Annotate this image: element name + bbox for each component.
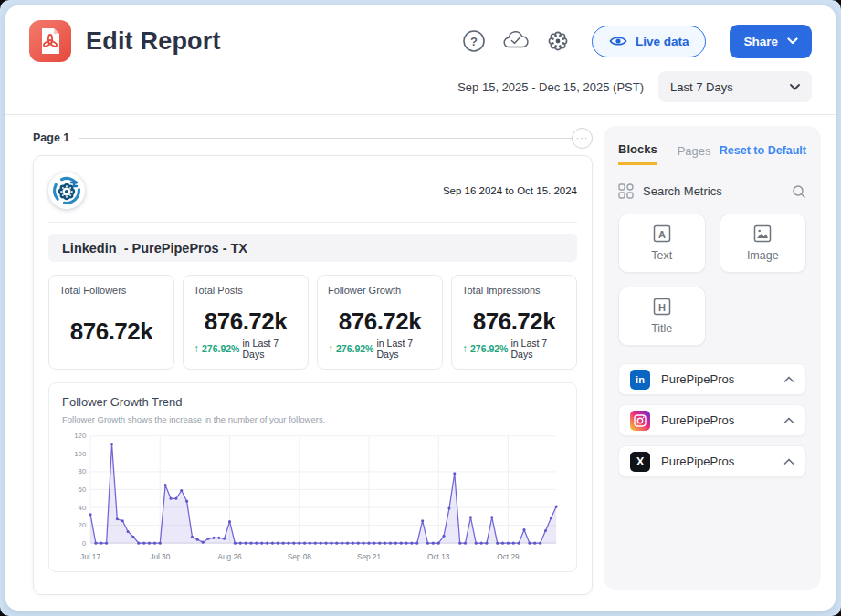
- metric-value: 876.72k: [328, 308, 432, 336]
- metric-card-total-posts[interactable]: Total Posts 876.72k ↑ 276.92% in Last 7 …: [183, 275, 309, 370]
- chevron-up-icon[interactable]: [783, 376, 794, 383]
- svg-text:A: A: [658, 229, 666, 240]
- svg-text:Oct 13: Oct 13: [427, 553, 450, 561]
- block-label: Text: [651, 249, 672, 262]
- page-row: Page 1 ···: [33, 126, 593, 150]
- text-block-icon: A: [653, 224, 671, 243]
- account-name: PurePipePros: [661, 413, 734, 427]
- svg-text:40: 40: [79, 504, 87, 512]
- report-header-divider: [48, 222, 577, 223]
- metric-growth: ↑ 276.92% in Last 7 Days: [194, 338, 298, 360]
- metric-label: Total Impressions: [462, 285, 566, 296]
- growth-caption: in Last 7 Days: [510, 338, 566, 360]
- svg-text:Aug 26: Aug 26: [217, 553, 242, 561]
- block-label: Title: [651, 322, 672, 335]
- title-block-icon: H: [653, 298, 671, 316]
- page-title: Edit Report: [86, 27, 221, 56]
- metric-value: 876.72k: [462, 308, 566, 336]
- svg-text:Sep 08: Sep 08: [288, 553, 312, 561]
- svg-text:80: 80: [79, 467, 87, 475]
- live-data-button[interactable]: Live data: [592, 26, 707, 57]
- main-content: Page 1 ···: [5, 115, 836, 595]
- block-title[interactable]: H Title: [618, 287, 706, 346]
- page-menu-button[interactable]: ···: [572, 128, 593, 149]
- block-label: Image: [747, 249, 779, 262]
- growth-percent: 276.92%: [202, 343, 239, 354]
- account-row-linkedin[interactable]: in PurePipePros: [618, 363, 806, 395]
- page-divider-line: [79, 138, 573, 139]
- tab-blocks[interactable]: Blocks: [618, 142, 657, 165]
- header-title-row: Edit Report ?: [29, 18, 812, 64]
- report-canvas: Page 1 ···: [33, 126, 593, 595]
- app-window: Edit Report ?: [5, 5, 836, 611]
- connected-accounts-list: in PurePipePros PurePipePros: [618, 363, 806, 477]
- linkedin-icon: in: [630, 370, 650, 390]
- chevron-up-icon[interactable]: [783, 417, 794, 424]
- metric-value: 876.72k: [59, 318, 163, 346]
- report-period-text: Sep 16 2024 to Oct 15. 2024: [443, 185, 577, 196]
- follower-growth-chart-card[interactable]: Follower Growth Trend Follower Growth sh…: [48, 382, 577, 572]
- instagram-icon: [630, 411, 650, 431]
- chevron-down-icon: [790, 84, 800, 90]
- block-image[interactable]: Image: [720, 214, 807, 273]
- share-button[interactable]: Share: [730, 25, 812, 58]
- search-metrics-row[interactable]: Search Metrics: [618, 183, 806, 199]
- account-row-x-twitter[interactable]: X PurePipePros: [618, 445, 806, 477]
- x-twitter-icon: X: [630, 452, 650, 472]
- panel-tabs: Blocks Pages Reset to Default: [618, 142, 806, 165]
- svg-text:?: ?: [470, 35, 478, 48]
- metric-value: 876.72k: [194, 308, 298, 336]
- cloud-sync-icon[interactable]: [502, 27, 530, 55]
- page-label: Page 1: [33, 131, 69, 144]
- account-row-instagram[interactable]: PurePipePros: [618, 404, 806, 436]
- search-icon[interactable]: [792, 184, 806, 199]
- chart-title: Follower Growth Trend: [62, 395, 563, 409]
- svg-text:H: H: [658, 302, 666, 313]
- settings-gear-icon[interactable]: [544, 27, 572, 55]
- svg-text:Sep 21: Sep 21: [357, 553, 382, 561]
- period-select[interactable]: Last 7 Days: [658, 71, 812, 102]
- metrics-grid-icon: [618, 183, 634, 199]
- metric-label: Total Followers: [59, 285, 163, 296]
- chevron-up-icon[interactable]: [783, 458, 794, 465]
- report-page-card[interactable]: Sep 16 2024 to Oct 15. 2024 Linkedin - P…: [33, 155, 593, 595]
- growth-percent: 276.92%: [470, 343, 508, 354]
- window-frame: Edit Report ?: [0, 0, 841, 616]
- svg-text:Jul 17: Jul 17: [80, 553, 100, 561]
- pdf-report-icon: [29, 20, 71, 62]
- blocks-side-panel: Blocks Pages Reset to Default Search Met…: [604, 126, 821, 590]
- up-arrow-icon: ↑: [462, 342, 468, 355]
- tab-pages[interactable]: Pages: [678, 144, 711, 164]
- blocks-grid: A Text Image: [618, 214, 806, 346]
- svg-text:100: 100: [74, 450, 86, 458]
- chart-subtitle: Follower Growth shows the increase in th…: [62, 414, 563, 424]
- chevron-down-icon: [787, 37, 798, 45]
- metrics-row: Total Followers 876.72k Total Posts 876.…: [48, 275, 577, 370]
- metric-card-total-impressions[interactable]: Total Impressions 876.72k ↑ 276.92% in L…: [451, 275, 577, 370]
- block-text[interactable]: A Text: [618, 214, 706, 273]
- up-arrow-icon: ↑: [194, 342, 199, 355]
- svg-text:20: 20: [79, 521, 87, 529]
- brand-logo: [48, 172, 85, 209]
- live-data-label: Live data: [636, 35, 689, 48]
- growth-percent: 276.92%: [336, 343, 373, 354]
- metric-growth: ↑ 276.92% in Last 7 Days: [462, 338, 566, 360]
- help-icon[interactable]: ?: [460, 27, 488, 55]
- svg-text:0: 0: [82, 539, 86, 548]
- metric-card-total-followers[interactable]: Total Followers 876.72k: [48, 275, 174, 370]
- account-header-bar: Linkedin - PurePipePros - TX: [48, 234, 577, 262]
- follower-growth-line-chart: Jul 17Jul 30Aug 26Sep 08Sep 21Oct 13Oct …: [62, 430, 563, 564]
- report-header: Sep 16 2024 to Oct 15. 2024: [48, 165, 577, 216]
- search-metrics-label: Search Metrics: [643, 184, 722, 198]
- svg-text:60: 60: [79, 485, 87, 494]
- svg-text:Oct 29: Oct 29: [497, 553, 520, 561]
- metric-label: Follower Growth: [328, 285, 432, 296]
- reset-to-default-link[interactable]: Reset to Default: [720, 144, 806, 163]
- growth-caption: in Last 7 Days: [242, 338, 298, 360]
- account-name: PurePipePros: [661, 454, 734, 468]
- metric-card-follower-growth[interactable]: Follower Growth 876.72k ↑ 276.92% in Las…: [317, 275, 443, 370]
- header-actions: ?: [460, 25, 812, 58]
- svg-text:120: 120: [74, 432, 86, 440]
- up-arrow-icon: ↑: [328, 342, 333, 355]
- period-select-value: Last 7 Days: [670, 80, 733, 94]
